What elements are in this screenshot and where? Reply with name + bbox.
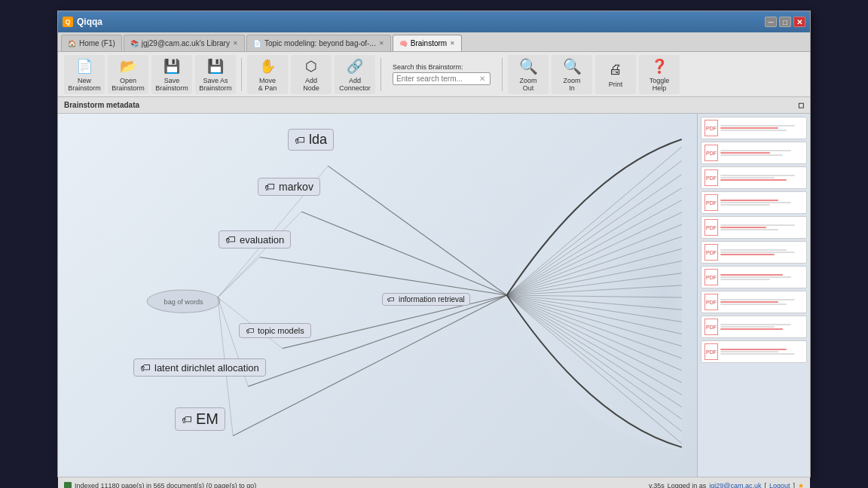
open-brainstorm-button[interactable]: 📂 OpenBrainstorm bbox=[108, 55, 148, 94]
zoom-in-button[interactable]: 🔍 ZoomIn bbox=[552, 55, 592, 94]
svg-text:bag of words: bag of words bbox=[164, 298, 203, 306]
doc-pdf-icon-8: PDF bbox=[704, 294, 718, 310]
doc-pdf-icon-10: PDF bbox=[704, 343, 718, 360]
logged-in-prefix: Logged in as bbox=[668, 482, 707, 489]
add-node-button[interactable]: ⬡ AddNode bbox=[291, 55, 332, 94]
toggle-help-button[interactable]: ❓ ToggleHelp bbox=[639, 55, 680, 94]
doc-pdf-icon-2: PDF bbox=[704, 145, 718, 161]
metadata-collapse-icon[interactable]: ◻ bbox=[798, 101, 804, 109]
move-pan-label: Move& Pan bbox=[258, 77, 277, 92]
toolbar-divider-3 bbox=[502, 58, 503, 91]
move-pan-button[interactable]: ✋ Move& Pan bbox=[247, 55, 288, 94]
doc-lines-7 bbox=[720, 273, 803, 281]
svg-line-34 bbox=[218, 212, 301, 297]
doc-thumb-4[interactable]: PDF bbox=[701, 191, 807, 214]
user-link[interactable]: jgj29@cam.ac.uk bbox=[709, 482, 761, 489]
save-brainstorm-icon: 💾 bbox=[163, 57, 181, 75]
node-evaluation-label: evaluation bbox=[240, 234, 284, 246]
doc-thumb-7[interactable]: PDF bbox=[701, 266, 807, 288]
save-brainstorm-button[interactable]: 💾 SaveBrainstorm bbox=[151, 55, 192, 94]
doc-lines-10 bbox=[720, 348, 803, 355]
svg-line-1 bbox=[301, 212, 507, 295]
search-clear-icon[interactable]: ✕ bbox=[479, 75, 485, 83]
tab-library[interactable]: 📚 jgj29@cam.ac.uk's Library ✕ bbox=[124, 35, 245, 51]
doc-pdf-icon-1: PDF bbox=[704, 120, 718, 136]
main-content: bag of words 🏷 lda 🏷 markov bbox=[58, 114, 810, 477]
minimize-button[interactable]: ─ bbox=[765, 17, 777, 27]
tab-topic-icon: 📄 bbox=[253, 40, 261, 47]
zoom-out-label: ZoomOut bbox=[519, 77, 536, 92]
node-em-label: EM bbox=[196, 410, 219, 428]
tab-library-close[interactable]: ✕ bbox=[233, 40, 238, 47]
doc-thumb-3[interactable]: PDF bbox=[701, 166, 807, 189]
toolbar-divider-2 bbox=[381, 58, 381, 91]
node-em[interactable]: 🏷 EM bbox=[175, 407, 225, 431]
svg-line-35 bbox=[218, 258, 260, 298]
tab-topic-close[interactable]: ✕ bbox=[379, 40, 384, 47]
add-connector-button[interactable]: 🔗 AddConnector bbox=[335, 55, 375, 94]
doc-thumb-6[interactable]: PDF bbox=[701, 241, 807, 264]
tab-brainstorm-icon: 🧠 bbox=[399, 40, 408, 47]
canvas-area[interactable]: bag of words 🏷 lda 🏷 markov bbox=[58, 114, 697, 477]
close-button[interactable]: ✕ bbox=[793, 17, 805, 27]
save-as-brainstorm-button[interactable]: 💾 Save AsBrainstorm bbox=[195, 55, 236, 94]
node-evaluation-icon: 🏷 bbox=[225, 233, 236, 246]
tab-library-icon: 📚 bbox=[130, 40, 139, 47]
node-topic-models-icon: 🏷 bbox=[246, 326, 254, 335]
tab-topic[interactable]: 📄 Topic modeling: beyond bag-of-... ✕ bbox=[246, 35, 391, 51]
metadata-bar: Brainstorm metadata ◻ bbox=[58, 97, 810, 114]
tab-brainstorm-close[interactable]: ✕ bbox=[450, 40, 455, 47]
doc-thumb-9[interactable]: PDF bbox=[701, 316, 807, 338]
tab-brainstorm[interactable]: 🧠 Brainstorm ✕ bbox=[393, 35, 462, 51]
zoom-in-icon: 🔍 bbox=[563, 57, 581, 75]
tab-library-label: jgj29@cam.ac.uk's Library bbox=[142, 39, 230, 47]
status-text: Indexed 11180 page(s) in 565 document(s)… bbox=[75, 482, 256, 489]
new-brainstorm-button[interactable]: 📄 NewBrainstorm bbox=[64, 55, 105, 94]
doc-thumb-8[interactable]: PDF bbox=[701, 291, 807, 313]
node-topic-models[interactable]: 🏷 topic models bbox=[239, 323, 311, 338]
right-panel[interactable]: PDF PDF PDF bbox=[697, 114, 810, 477]
node-markov-icon: 🏷 bbox=[264, 181, 275, 193]
open-brainstorm-label: OpenBrainstorm bbox=[112, 77, 145, 92]
zoom-in-label: ZoomIn bbox=[563, 77, 580, 92]
toggle-help-icon: ❓ bbox=[650, 57, 668, 75]
zoom-out-button[interactable]: 🔍 ZoomOut bbox=[508, 55, 549, 94]
open-brainstorm-icon: 📂 bbox=[119, 57, 137, 75]
zoom-out-icon: 🔍 bbox=[519, 57, 537, 75]
doc-lines-3 bbox=[720, 174, 803, 181]
node-latent-dirichlet[interactable]: 🏷 latent dirichlet allocation bbox=[133, 358, 266, 377]
doc-lines-8 bbox=[720, 298, 803, 306]
search-area: Search this Brainstorm: ✕ bbox=[393, 63, 491, 85]
doc-pdf-icon-4: PDF bbox=[704, 194, 718, 211]
node-info-retrieval[interactable]: 🏷 information retrieval bbox=[382, 293, 470, 306]
doc-thumb-10[interactable]: PDF bbox=[701, 340, 807, 363]
toolbar: 📄 NewBrainstorm 📂 OpenBrainstorm 💾 SaveB… bbox=[58, 52, 810, 97]
star-icon[interactable]: ★ bbox=[798, 482, 804, 489]
doc-pdf-icon-3: PDF bbox=[704, 169, 718, 186]
node-em-icon: 🏷 bbox=[182, 413, 192, 425]
node-evaluation[interactable]: 🏷 evaluation bbox=[219, 230, 291, 249]
doc-thumb-1[interactable]: PDF bbox=[701, 117, 807, 139]
doc-thumb-5[interactable]: PDF bbox=[701, 216, 807, 239]
print-button[interactable]: 🖨 Print bbox=[595, 55, 636, 94]
app-icon: Q bbox=[63, 17, 73, 27]
save-as-brainstorm-icon: 💾 bbox=[206, 57, 225, 75]
node-lda[interactable]: 🏷 lda bbox=[288, 129, 334, 151]
search-input[interactable] bbox=[396, 75, 479, 83]
app-window: Q Qiqqa ─ □ ✕ 🏠 Home (F1) 📚 jgj29@cam.ac… bbox=[57, 11, 811, 477]
new-brainstorm-label: NewBrainstorm bbox=[68, 77, 101, 92]
tab-home[interactable]: 🏠 Home (F1) bbox=[61, 35, 122, 51]
search-input-wrap[interactable]: ✕ bbox=[393, 72, 491, 85]
title-bar: Q Qiqqa ─ □ ✕ bbox=[58, 11, 810, 32]
node-topic-models-label: topic models bbox=[258, 326, 304, 335]
maximize-button[interactable]: □ bbox=[779, 17, 791, 27]
doc-lines-9 bbox=[720, 323, 803, 331]
node-markov-label: markov bbox=[279, 181, 313, 193]
logout-link[interactable]: Logout bbox=[769, 482, 790, 489]
doc-pdf-icon-5: PDF bbox=[704, 219, 718, 236]
doc-thumb-2[interactable]: PDF bbox=[701, 142, 807, 164]
doc-lines-4 bbox=[720, 199, 803, 206]
tab-home-label: Home (F1) bbox=[79, 39, 115, 47]
window-title: Qiqqa bbox=[77, 17, 765, 27]
node-markov[interactable]: 🏷 markov bbox=[258, 178, 320, 196]
